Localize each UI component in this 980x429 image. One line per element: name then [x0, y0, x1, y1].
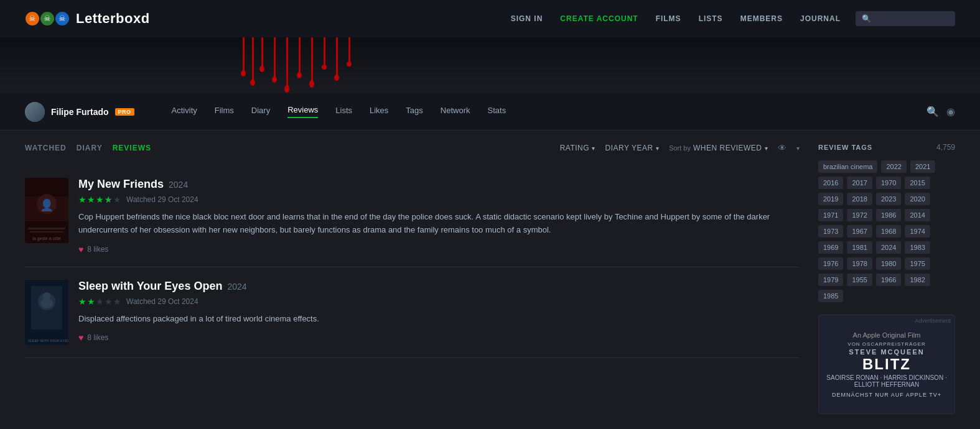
svg-point-36 — [40, 298, 53, 308]
rating-chevron: ▾ — [592, 145, 595, 152]
profile-nav-diary[interactable]: Diary — [251, 106, 270, 118]
movie-title-1[interactable]: My New Friends — [78, 178, 164, 191]
review-card-2: SLEEP WITH YOUR EYES OPEN Sleep with You… — [25, 267, 800, 358]
movie-year-1: 2024 — [169, 180, 188, 190]
sort-dropdown[interactable]: WHEN REVIEWED ▾ — [693, 144, 768, 152]
tag-item[interactable]: 1983 — [905, 241, 930, 254]
profile-rss-icon[interactable]: ◉ — [946, 106, 955, 118]
nav-sign-in[interactable]: SIGN IN — [511, 14, 543, 23]
eye-chevron[interactable]: ▾ — [796, 145, 800, 152]
tag-item[interactable]: 1969 — [818, 241, 843, 254]
tag-item[interactable]: 1978 — [847, 257, 872, 270]
filter-tab-watched[interactable]: WATCHED — [25, 144, 67, 152]
movie-year-2: 2024 — [227, 282, 246, 292]
tag-item[interactable]: 2021 — [910, 160, 935, 173]
watched-date-2: Watched 29 Oct 2024 — [126, 297, 198, 306]
nav-members[interactable]: MEMBERS — [740, 14, 783, 23]
tag-item[interactable]: 2024 — [876, 241, 901, 254]
tag-item[interactable]: 1981 — [847, 241, 872, 254]
movie-title-2[interactable]: Sleep with Your Eyes Open — [78, 280, 222, 293]
heart-icon-2[interactable]: ♥ — [78, 333, 83, 343]
star-2-5: ★ — [113, 297, 121, 307]
nav-journal[interactable]: JOURNAL — [800, 14, 841, 23]
profile-nav-reviews[interactable]: Reviews — [287, 105, 318, 118]
tag-item[interactable]: 1970 — [876, 177, 901, 189]
eye-icon[interactable]: 👁 — [778, 143, 786, 153]
tag-item[interactable]: 1972 — [847, 209, 872, 221]
profile-nav-network[interactable]: Network — [441, 106, 470, 118]
search-input[interactable] — [875, 14, 950, 23]
tag-item[interactable]: 1976 — [818, 257, 843, 270]
tag-item[interactable]: 2015 — [905, 177, 930, 189]
svg-point-9 — [250, 80, 255, 86]
tag-item[interactable]: 2014 — [905, 209, 930, 221]
logo-area: ☠ ☠ ☠ Letterboxd — [25, 10, 150, 27]
search-box[interactable]: 🔍 — [856, 11, 955, 26]
heart-icon-1[interactable]: ♥ — [78, 244, 83, 254]
profile-nav-stats[interactable]: Stats — [488, 106, 506, 118]
filter-tab-reviews[interactable]: REVIEWS — [113, 144, 151, 152]
sidebar-count: 4,759 — [936, 143, 955, 152]
filter-tabs: WATCHED DIARY REVIEWS — [25, 144, 151, 152]
svg-point-15 — [284, 85, 289, 93]
tag-item[interactable]: 1971 — [818, 209, 843, 221]
svg-text:la geste à côté: la geste à côté — [32, 236, 61, 241]
tag-item[interactable]: 1980 — [876, 257, 901, 270]
profile-search-icon[interactable]: 🔍 — [926, 106, 939, 118]
svg-rect-22 — [336, 37, 338, 76]
stars-2: ★ ★ ★ ★ ★ — [78, 297, 121, 307]
ad-title: BLITZ — [826, 357, 947, 372]
profile-nav-tags[interactable]: Tags — [406, 106, 422, 118]
sort-control: Sort by WHEN REVIEWED ▾ — [669, 144, 768, 152]
svg-rect-12 — [274, 37, 276, 78]
tags-grid: brazilian cinema202220212016201719702015… — [818, 160, 955, 302]
review-content-2: Sleep with Your Eyes Open 2024 ★ ★ ★ ★ ★… — [78, 280, 800, 345]
tag-item[interactable]: 2020 — [905, 193, 930, 205]
profile-nav-activity[interactable]: Activity — [172, 106, 197, 118]
tag-item[interactable]: 1974 — [905, 225, 930, 238]
likes-row-1: ♥ 8 likes — [78, 244, 800, 254]
poster-2-image: SLEEP WITH YOUR EYES OPEN — [25, 280, 68, 345]
ad-content: An Apple Original Film VON OSCARPREISTRÄ… — [819, 324, 954, 405]
tag-item[interactable]: brazilian cinema — [818, 160, 877, 173]
ad-tagline: DEMNÄCHST NUR AUF APPLE TV+ — [826, 392, 947, 398]
ad-director-name: STEVE MCQUEEN — [826, 348, 947, 356]
tag-item[interactable]: 1955 — [847, 274, 872, 286]
tag-item[interactable]: 2019 — [818, 193, 843, 205]
filter-tab-diary[interactable]: DIARY — [77, 144, 103, 152]
svg-point-25 — [347, 62, 352, 67]
tag-item[interactable]: 2018 — [847, 193, 872, 205]
profile-nav-films[interactable]: Films — [215, 106, 234, 118]
nav-create-account[interactable]: CREATE ACCOUNT — [560, 14, 638, 23]
tag-item[interactable]: 1967 — [847, 225, 872, 238]
blood-drip-svg — [0, 37, 980, 93]
nav-lists[interactable]: LISTS — [699, 14, 723, 23]
nav-films[interactable]: FILMS — [656, 14, 681, 23]
tag-item[interactable]: 1975 — [905, 257, 930, 270]
rating-filter[interactable]: RATING ▾ — [560, 144, 595, 152]
tag-item[interactable]: 1968 — [876, 225, 901, 238]
tag-item[interactable]: 2023 — [876, 193, 901, 205]
star-2-2: ★ — [87, 297, 95, 307]
movie-poster-2[interactable]: SLEEP WITH YOUR EYES OPEN — [25, 280, 68, 345]
tag-item[interactable]: 2016 — [818, 177, 843, 189]
tag-item[interactable]: 1966 — [876, 274, 901, 286]
tag-item[interactable]: 2017 — [847, 177, 872, 189]
tag-item[interactable]: 1973 — [818, 225, 843, 238]
diary-year-filter[interactable]: DIARY YEAR ▾ — [605, 144, 660, 152]
reviews-column: WATCHED DIARY REVIEWS RATING ▾ DIARY YEA… — [25, 143, 800, 414]
movie-poster-1[interactable]: 👤 la geste à côté — [25, 178, 68, 243]
tag-item[interactable]: 1979 — [818, 274, 843, 286]
star-1-1: ★ — [78, 195, 86, 205]
profile-nav-lists[interactable]: Lists — [335, 106, 352, 118]
top-nav-links: SIGN IN CREATE ACCOUNT FILMS LISTS MEMBE… — [511, 14, 841, 23]
tag-item[interactable]: 1982 — [905, 274, 930, 286]
tag-item[interactable]: 1986 — [876, 209, 901, 221]
tag-item[interactable]: 1985 — [818, 290, 843, 302]
star-1-half: ★ ★ — [105, 195, 113, 205]
logo-text: Letterboxd — [76, 11, 150, 27]
tag-item[interactable]: 2022 — [881, 160, 906, 173]
svg-point-21 — [322, 65, 327, 70]
profile-nav-likes[interactable]: Likes — [370, 106, 388, 118]
star-1-3: ★ — [96, 195, 104, 205]
